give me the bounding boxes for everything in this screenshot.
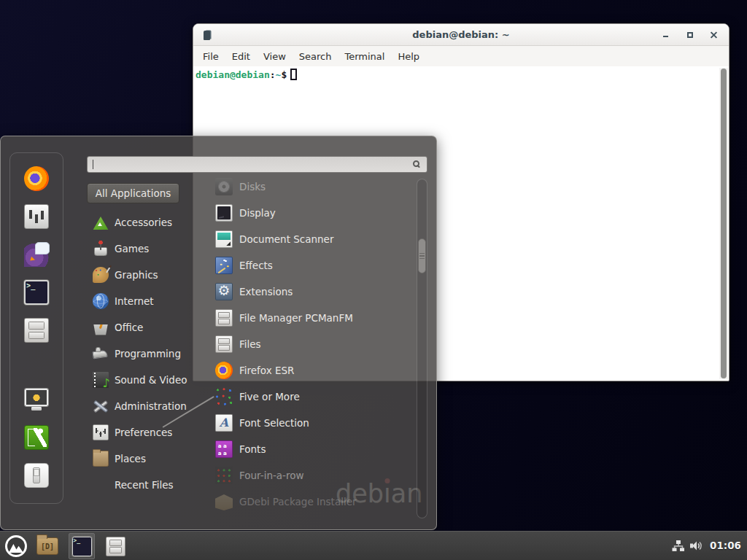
favorites-list [24, 166, 49, 343]
office-icon [93, 319, 109, 335]
category-item[interactable]: Internet [87, 288, 196, 314]
file-manager-icon [106, 537, 125, 556]
category-list: All Applications Accessories Games Graph… [87, 183, 196, 498]
application-list: Disks Display Document Scanner Effects [215, 174, 414, 515]
taskbar-clock[interactable]: 01:06 [710, 541, 741, 551]
terminal-icon[interactable] [24, 280, 49, 305]
shut-down-icon[interactable] [24, 463, 49, 488]
taskbar: [D] [0, 531, 747, 560]
application-item[interactable]: Fonts [215, 436, 414, 462]
application-item[interactable]: Five or More [215, 384, 414, 410]
accessories-icon [93, 214, 109, 230]
fonts-icon [215, 440, 233, 458]
desktop-folder-button[interactable]: [D] [27, 533, 58, 559]
application-item[interactable]: Files [215, 331, 414, 357]
log-out-icon[interactable] [24, 425, 49, 450]
application-item[interactable]: Font Selection [215, 410, 414, 436]
session-buttons [24, 387, 49, 488]
gdebi-icon [215, 493, 233, 510]
graphics-icon [93, 267, 109, 283]
internet-icon [93, 293, 109, 309]
taskbar-file-manager-task[interactable] [106, 533, 125, 559]
effects-icon [215, 257, 233, 274]
sound-video-icon [93, 372, 109, 388]
terminal-menu-item[interactable]: Search [293, 48, 338, 65]
five-or-more-icon [215, 388, 233, 405]
shell-prompt: debian@debian:~$ [196, 69, 297, 81]
application-item[interactable]: File Manager PCManFM [215, 305, 414, 331]
category-item[interactable]: Programming [87, 341, 196, 367]
application-item[interactable]: Display [215, 200, 414, 226]
category-item[interactable]: Games [87, 236, 196, 262]
favorites-rail [9, 152, 63, 504]
taskbar-terminal-task[interactable] [69, 533, 95, 559]
administration-icon [93, 398, 109, 414]
terminal-titlebar[interactable]: debian@debian: ~ [193, 24, 729, 46]
category-item[interactable]: Sound & Video [87, 367, 196, 393]
close-icon[interactable] [710, 31, 719, 39]
terminal-title: debian@debian: ~ [193, 29, 729, 40]
terminal-scrollbar[interactable] [719, 68, 728, 379]
font-selection-icon [215, 414, 233, 432]
application-item[interactable]: Firefox ESR [215, 357, 414, 384]
application-item[interactable]: Document Scanner [215, 226, 414, 252]
search-input[interactable] [92, 158, 409, 171]
display-icon [215, 204, 233, 222]
document-scanner-icon [215, 230, 233, 248]
mixer-icon[interactable] [24, 204, 49, 229]
terminal-menu-item[interactable]: Edit [225, 48, 257, 65]
terminal-menu-item[interactable]: Terminal [338, 48, 391, 65]
lock-screen-icon[interactable] [24, 387, 49, 412]
files-icon [215, 335, 233, 353]
four-in-a-row-icon [215, 467, 233, 484]
category-item[interactable]: Places [87, 446, 196, 472]
preferences-icon [93, 424, 109, 440]
maximize-icon[interactable] [686, 31, 694, 39]
firefox-icon [215, 362, 233, 379]
volume-icon[interactable] [690, 540, 704, 551]
application-item[interactable]: Four-in-a-row [215, 462, 414, 489]
category-item[interactable]: Recent Files [87, 472, 196, 498]
menu-scrollbar-thumb[interactable] [418, 238, 426, 273]
firefox-icon[interactable] [24, 166, 49, 191]
file-cabinet-icon[interactable] [24, 318, 49, 343]
category-item[interactable]: All Applications [87, 183, 179, 203]
desktop: debıan debian@debian: ~ FileEditViewSear… [0, 0, 747, 560]
category-item[interactable]: Graphics [87, 262, 196, 288]
extensions-icon [215, 283, 233, 300]
application-item[interactable]: Effects [215, 252, 414, 279]
category-item[interactable]: Accessories [87, 209, 196, 236]
programming-icon [93, 346, 109, 362]
terminal-menu-item[interactable]: View [257, 48, 293, 65]
search-box [87, 156, 427, 173]
category-item[interactable]: Preferences [87, 419, 196, 446]
menu-scrollbar[interactable] [417, 179, 427, 518]
file-manager-icon [215, 309, 233, 327]
applications-menu: All Applications Accessories Games Graph… [0, 136, 437, 530]
minimize-icon[interactable] [662, 31, 670, 39]
terminal-menubar: FileEditViewSearchTerminalHelp [193, 46, 729, 66]
terminal-menu-item[interactable]: Help [391, 48, 426, 65]
places-icon [93, 451, 109, 467]
search-icon [413, 160, 419, 167]
network-icon[interactable] [672, 540, 684, 551]
category-item[interactable]: Office [87, 314, 196, 341]
disks-icon [215, 178, 233, 195]
menu-button[interactable] [0, 533, 27, 559]
terminal-icon [72, 537, 92, 556]
games-icon [93, 241, 109, 257]
application-item[interactable]: Disks [215, 174, 414, 200]
terminal-scrollbar-thumb[interactable] [721, 69, 727, 378]
application-item[interactable]: GDebi Package Installer [215, 489, 414, 515]
menu-logo-icon [5, 535, 27, 557]
terminal-cursor [290, 69, 297, 80]
pidgin-icon[interactable] [24, 242, 49, 267]
desktop-folder-icon: [D] [36, 537, 58, 555]
terminal-menu-item[interactable]: File [196, 48, 225, 65]
application-item[interactable]: Extensions [215, 279, 414, 305]
